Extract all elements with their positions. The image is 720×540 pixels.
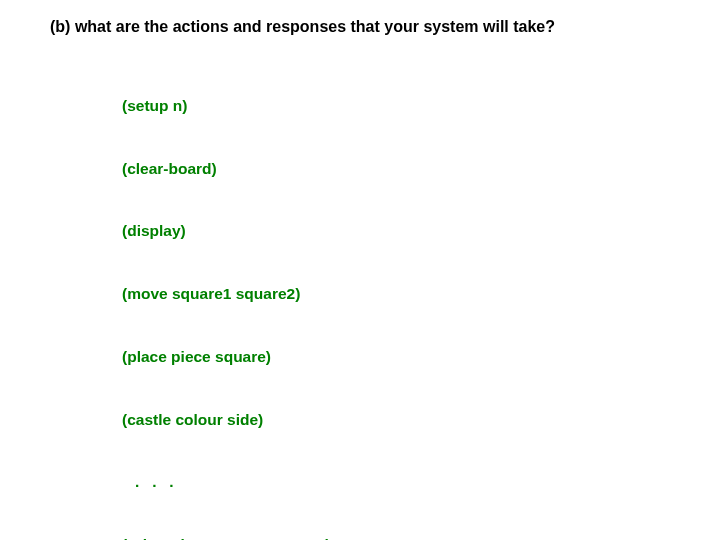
code-line: (place piece square) [122, 347, 680, 368]
code-line: (clear-board) [122, 159, 680, 180]
question-b: (b) what are the actions and responses t… [50, 18, 680, 36]
code-line: . . . [122, 472, 680, 493]
code-line: (castle colour side) [122, 410, 680, 431]
code-line: (print-take square1 square2) [122, 535, 680, 540]
code-line: (setup n) [122, 96, 680, 117]
code-line: (display) [122, 221, 680, 242]
code-block-b: (setup n) (clear-board) (display) (move … [122, 54, 680, 540]
slide-page: (b) what are the actions and responses t… [0, 0, 720, 540]
code-line: (move square1 square2) [122, 284, 680, 305]
